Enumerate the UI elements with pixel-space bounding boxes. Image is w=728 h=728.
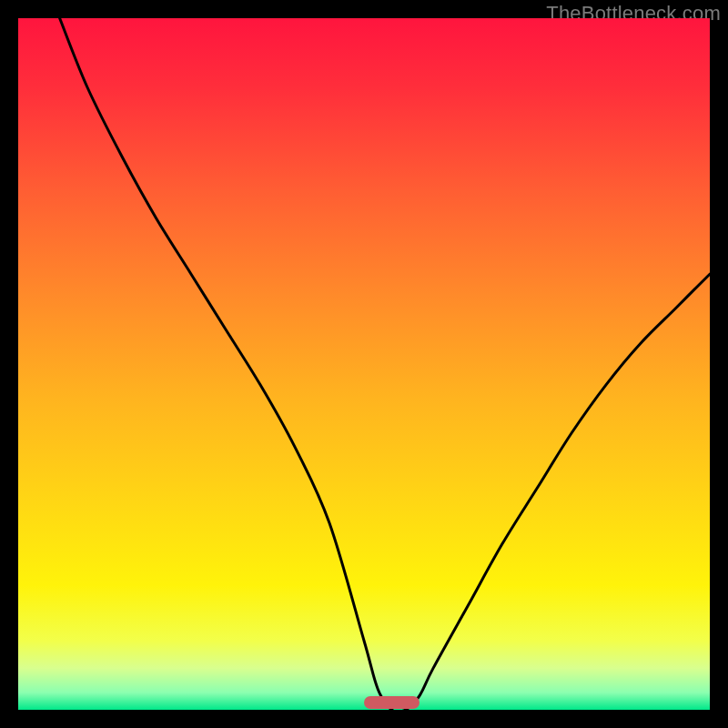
background-gradient [18,18,710,710]
chart-stage: TheBottleneck.com [0,0,728,728]
plot-area [18,18,710,710]
optimal-range-marker [364,696,420,709]
svg-rect-0 [18,18,710,710]
